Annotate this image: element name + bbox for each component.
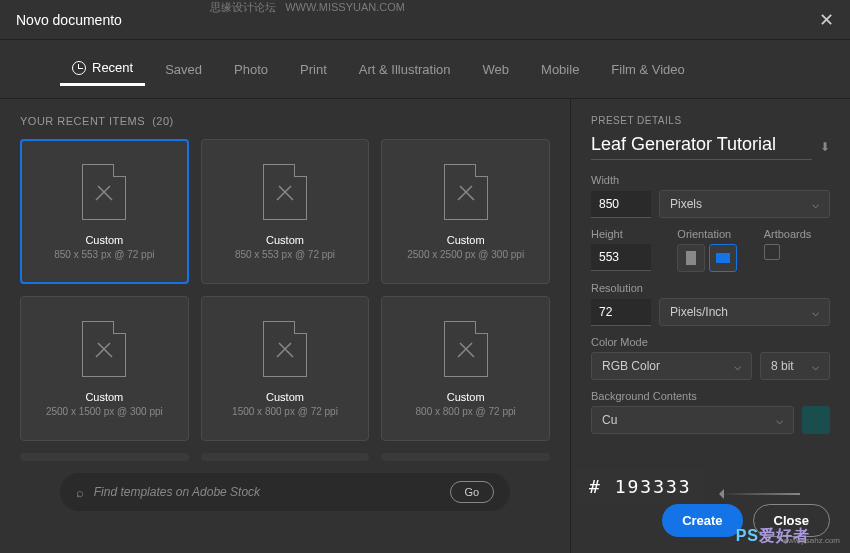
- artboards-label: Artboards: [764, 228, 830, 240]
- tab-web[interactable]: Web: [471, 54, 522, 85]
- tab-mobile[interactable]: Mobile: [529, 54, 591, 85]
- search-input[interactable]: Find templates on Adobe Stock: [94, 485, 440, 499]
- card-stub: [20, 453, 189, 461]
- preset-card[interactable]: Custom800 x 800 px @ 72 ppi: [381, 296, 550, 441]
- card-title: Custom: [85, 391, 123, 403]
- card-title: Custom: [85, 234, 123, 246]
- background-select[interactable]: Cu⌵: [591, 406, 794, 434]
- go-button[interactable]: Go: [450, 481, 495, 503]
- document-icon: [273, 180, 297, 204]
- resolution-unit-select[interactable]: Pixels/Inch⌵: [659, 298, 830, 326]
- orientation-landscape[interactable]: [709, 244, 737, 272]
- document-icon: [454, 337, 478, 361]
- preset-card[interactable]: Custom2500 x 2500 px @ 300 ppi: [381, 139, 550, 284]
- document-icon: [273, 337, 297, 361]
- chevron-down-icon: ⌵: [734, 359, 741, 373]
- close-icon[interactable]: ✕: [818, 12, 834, 28]
- chevron-down-icon: ⌵: [776, 413, 783, 427]
- color-mode-label: Color Mode: [591, 336, 830, 348]
- card-stub: [381, 453, 550, 461]
- tab-photo[interactable]: Photo: [222, 54, 280, 85]
- annotation-arrow: [720, 493, 800, 495]
- orientation-label: Orientation: [677, 228, 743, 240]
- card-subtitle: 1500 x 800 px @ 72 ppi: [232, 406, 338, 417]
- resolution-input[interactable]: [591, 299, 651, 326]
- document-icon: [92, 180, 116, 204]
- tab-art[interactable]: Art & Illustration: [347, 54, 463, 85]
- card-subtitle: 800 x 800 px @ 72 ppi: [416, 406, 516, 417]
- width-unit-select[interactable]: Pixels⌵: [659, 190, 830, 218]
- preset-card[interactable]: Custom1500 x 800 px @ 72 ppi: [201, 296, 370, 441]
- document-icon: [92, 337, 116, 361]
- card-title: Custom: [447, 234, 485, 246]
- preset-card[interactable]: Custom850 x 553 px @ 72 ppi: [20, 139, 189, 284]
- card-subtitle: 2500 x 2500 px @ 300 ppi: [407, 249, 524, 260]
- card-stub: [201, 453, 370, 461]
- card-subtitle: 850 x 553 px @ 72 ppi: [235, 249, 335, 260]
- search-bar: ⌕ Find templates on Adobe Stock Go: [60, 473, 511, 511]
- chevron-down-icon: ⌵: [812, 305, 819, 319]
- tab-print[interactable]: Print: [288, 54, 339, 85]
- card-title: Custom: [266, 391, 304, 403]
- save-preset-icon[interactable]: ⬇: [820, 140, 830, 154]
- document-name-input[interactable]: Leaf Generator Tutorial: [591, 134, 812, 160]
- height-input[interactable]: [591, 244, 651, 271]
- chevron-down-icon: ⌵: [812, 359, 819, 373]
- width-label: Width: [591, 174, 830, 186]
- chevron-down-icon: ⌵: [812, 197, 819, 211]
- bit-depth-select[interactable]: 8 bit⌵: [760, 352, 830, 380]
- card-title: Custom: [447, 391, 485, 403]
- category-tabs: Recent Saved Photo Print Art & Illustrat…: [0, 40, 850, 99]
- card-subtitle: 850 x 553 px @ 72 ppi: [54, 249, 154, 260]
- background-color-swatch[interactable]: [802, 406, 830, 434]
- resolution-label: Resolution: [591, 282, 830, 294]
- width-input[interactable]: [591, 191, 651, 218]
- document-icon: [454, 180, 478, 204]
- preset-card[interactable]: Custom850 x 553 px @ 72 ppi: [201, 139, 370, 284]
- card-subtitle: 2500 x 1500 px @ 300 ppi: [46, 406, 163, 417]
- search-icon: ⌕: [76, 485, 84, 500]
- orientation-portrait[interactable]: [677, 244, 705, 272]
- watermark-site: WWW.MISSYUAN.COM: [285, 1, 405, 13]
- card-title: Custom: [266, 234, 304, 246]
- color-hex-overlay: # 193333: [575, 468, 706, 505]
- clock-icon: [72, 61, 86, 75]
- titlebar: Novo documento ✕: [0, 0, 850, 40]
- preset-details-label: PRESET DETAILS: [591, 115, 830, 126]
- tab-saved[interactable]: Saved: [153, 54, 214, 85]
- watermark-top: 思缘设计论坛: [210, 1, 276, 13]
- recent-items-label: YOUR RECENT ITEMS (20): [20, 115, 550, 127]
- background-label: Background Contents: [591, 390, 830, 402]
- preset-card[interactable]: Custom2500 x 1500 px @ 300 ppi: [20, 296, 189, 441]
- window-title: Novo documento: [16, 12, 122, 28]
- color-mode-select[interactable]: RGB Color⌵: [591, 352, 752, 380]
- height-label: Height: [591, 228, 657, 240]
- tab-film[interactable]: Film & Video: [599, 54, 696, 85]
- artboards-checkbox[interactable]: [764, 244, 780, 260]
- tab-recent[interactable]: Recent: [60, 52, 145, 86]
- watermark-url: www.psahz.com: [782, 536, 840, 545]
- create-button[interactable]: Create: [662, 504, 742, 537]
- recent-panel: YOUR RECENT ITEMS (20) Custom850 x 553 p…: [0, 99, 570, 553]
